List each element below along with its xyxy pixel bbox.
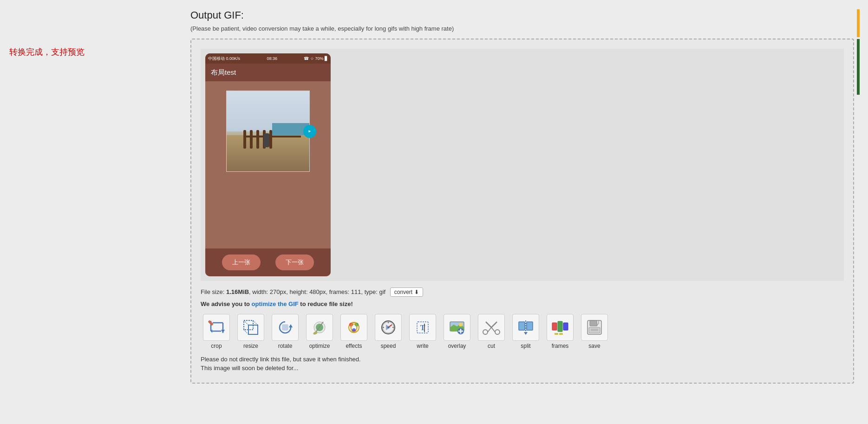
svg-marker-12: [289, 324, 293, 327]
tool-optimize[interactable]: optimize: [304, 314, 335, 349]
tool-overlay[interactable]: overlay: [441, 314, 473, 349]
file-height-value: 480px: [309, 288, 326, 295]
svg-rect-13: [282, 325, 288, 330]
phone-carrier: 中国移动 0.00K/s: [208, 56, 240, 62]
frames-icon-box: [547, 314, 574, 341]
main-content: Output GIF: (Please be patient, video co…: [181, 0, 868, 424]
frames-icon: [551, 318, 569, 337]
tool-split[interactable]: split: [510, 314, 542, 349]
tool-save[interactable]: save: [579, 314, 610, 349]
resize-icon: [241, 318, 260, 337]
left-sidebar: 转换完成，支持预览: [0, 0, 181, 424]
right-accent: [857, 0, 860, 424]
svg-line-45: [491, 327, 495, 332]
save-label: save: [588, 343, 600, 349]
svg-marker-49: [524, 332, 528, 335]
speed-icon: [379, 318, 398, 337]
file-info: File size: 1.16MiB, width: 270px, height…: [201, 287, 423, 297]
tool-resize[interactable]: resize: [235, 314, 267, 349]
phone-body: ►: [205, 81, 331, 248]
gif-preview-area: 中国移动 0.00K/s 08:36 ☎ ☆ 70% ▊ 布局test: [201, 49, 844, 281]
svg-line-10: [253, 320, 258, 325]
cut-icon-box: [478, 314, 505, 341]
svg-line-11: [244, 330, 248, 334]
next-circle-button[interactable]: ►: [303, 125, 316, 138]
optimize-link[interactable]: optimize the GIF: [252, 300, 299, 307]
fence-rail: [243, 136, 301, 137]
svg-rect-58: [589, 327, 600, 333]
prev-button[interactable]: 上一张: [222, 254, 261, 270]
svg-rect-53: [555, 333, 558, 335]
download-icon: ⬇: [414, 289, 419, 295]
fence-post-2: [250, 130, 253, 149]
frames-label: frames: [552, 343, 569, 349]
overlay-icon: [448, 318, 466, 337]
output-title: Output GIF:: [190, 9, 854, 21]
overlay-label: overlay: [448, 343, 466, 349]
optimize-icon-box: [306, 314, 333, 341]
tool-rotate[interactable]: rotate: [269, 314, 301, 349]
phone-time: 08:36: [267, 56, 277, 61]
svg-rect-50: [552, 323, 557, 330]
crop-icon: [207, 318, 226, 337]
resize-label: resize: [243, 343, 258, 349]
svg-line-40: [486, 322, 491, 327]
file-width-label: , width:: [249, 288, 270, 295]
overlay-icon-box: [444, 314, 470, 341]
svg-rect-52: [563, 323, 568, 330]
write-label: write: [417, 343, 428, 349]
svg-rect-57: [597, 320, 599, 324]
save-icon: [585, 318, 604, 337]
cut-label: cut: [488, 343, 495, 349]
svg-marker-4: [221, 330, 225, 333]
save-icon-box: [581, 314, 608, 341]
file-size-value: 1.16MiB: [226, 288, 249, 295]
optimize-notice: We advise you to optimize the GIF to red…: [201, 300, 353, 307]
effects-label: effects: [346, 343, 362, 349]
fence-post-3: [256, 130, 259, 149]
conversion-status: 转换完成，支持预览: [9, 46, 85, 58]
tool-write[interactable]: T write: [407, 314, 438, 349]
svg-point-42: [483, 330, 488, 334]
cut-icon: [482, 318, 501, 337]
svg-rect-54: [559, 333, 563, 335]
optimize-icon: [310, 318, 329, 337]
bottom-note-1: Please do not directly link this file, b…: [201, 356, 361, 363]
write-icon: T: [413, 318, 432, 337]
file-type-label: , type:: [361, 288, 379, 295]
crop-icon-box: [203, 314, 230, 341]
file-height-label: , height:: [286, 288, 309, 295]
next-button[interactable]: 下一张: [275, 254, 314, 270]
svg-rect-46: [519, 322, 525, 330]
svg-point-43: [495, 330, 500, 334]
rotate-icon-box: [272, 314, 299, 341]
tool-cut[interactable]: cut: [476, 314, 507, 349]
file-type-value: gif: [379, 288, 385, 295]
file-frames-label: , frames:: [326, 288, 351, 295]
phone-battery: ☎ ☆ 70% ▊: [304, 56, 328, 61]
phone-title-bar: 布局test: [205, 64, 331, 81]
gif-container: 中国移动 0.00K/s 08:36 ☎ ☆ 70% ▊ 布局test: [190, 39, 854, 384]
tool-effects[interactable]: effects: [338, 314, 370, 349]
phone-nav-bar: 上一张 下一张: [205, 248, 331, 276]
svg-point-36: [459, 323, 463, 326]
fence-post-1: [243, 130, 246, 149]
tool-frames[interactable]: frames: [544, 314, 576, 349]
speed-icon-box: [375, 314, 402, 341]
output-note: (Please be patient, video conversion may…: [190, 25, 854, 32]
svg-line-41: [491, 322, 497, 327]
phone-mockup: 中国移动 0.00K/s 08:36 ☎ ☆ 70% ▊ 布局test: [205, 53, 331, 276]
svg-line-9: [244, 320, 248, 325]
speed-label: speed: [381, 343, 396, 349]
file-width-value: 270px: [270, 288, 286, 295]
svg-rect-47: [527, 322, 533, 330]
file-frames-value: 111: [351, 288, 361, 295]
svg-rect-56: [590, 320, 597, 326]
tool-speed[interactable]: speed: [372, 314, 404, 349]
fence-post-5: [269, 130, 272, 149]
tool-crop[interactable]: crop: [201, 314, 232, 349]
rotate-label: rotate: [278, 343, 293, 349]
bottom-note-2: This image will soon be deleted for...: [201, 365, 298, 372]
convert-label: convert: [394, 289, 412, 295]
convert-button[interactable]: convert ⬇: [390, 287, 423, 297]
